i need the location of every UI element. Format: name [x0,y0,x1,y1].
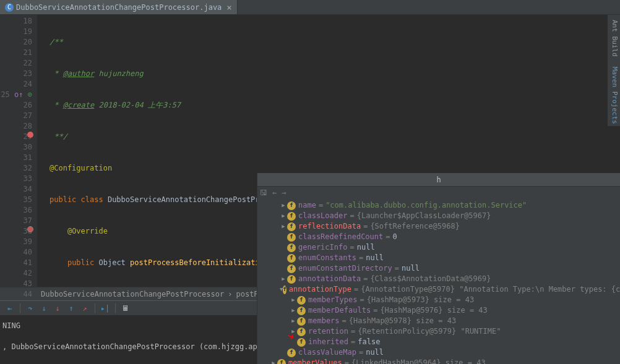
file-tab[interactable]: C DubboServiceAnnotationChangePostProces… [0,0,238,14]
variable-row[interactable]: ▶fmemberTypes = {HashMap@5973} size = 43 [260,295,618,305]
variable-row[interactable]: ▶fmemberDefaults = {HashMap@5976} size =… [260,305,618,316]
variable-row[interactable]: ▶fclassLoader = {Launcher$AppClassLoader… [260,211,618,221]
field-icon: f [287,201,296,210]
variable-row[interactable]: ▶fname = "com.alibaba.dubbo.config.annot… [260,200,618,211]
field-icon: f [287,275,296,284]
variable-row[interactable]: ▶fmemberValues = {LinkedHashMap@5964} si… [260,358,618,364]
variables-toolbar: 🖫 ← → [257,187,620,199]
nav-fwd-icon[interactable]: → [282,188,286,197]
field-icon: f [287,222,296,231]
field-icon: f [287,349,296,357]
variable-row[interactable]: fgenericInfo = null [260,242,618,253]
new-watch-icon[interactable]: 🖫 [260,188,267,197]
variable-row[interactable]: ▶fretention = {RetentionPolicy@5979} "RU… [260,326,618,337]
step-over-icon[interactable]: ↷ [25,303,35,313]
field-icon: f [287,212,296,221]
line-gutter[interactable]: 18192021 222324 25 ο↑ ⊙ 262728 29303132 … [0,15,37,287]
breakpoint-icon[interactable] [27,226,33,232]
field-icon: f [287,233,296,242]
drop-frame-icon[interactable]: ↗ [80,303,90,313]
force-step-into-icon[interactable]: ↓ [53,303,62,313]
variable-row[interactable]: fclassValueMap = null [260,347,618,358]
breadcrumb-class[interactable]: DubboServiceAnnotationChangePostProcesso… [37,290,228,298]
field-icon: f [287,243,296,252]
evaluate-icon[interactable]: 🖩 [121,303,131,313]
variables-panel: h 🖫 ← → ▶fname = "com.alibaba.dubbo.conf… [257,173,620,364]
variable-row[interactable]: ▶freflectionData = {SoftReference@5968} [260,221,618,232]
variable-row[interactable]: fenumConstantDirectory = null [260,263,618,274]
step-into-icon[interactable]: ↓ [39,303,49,313]
variables-tree[interactable]: ▶fname = "com.alibaba.dubbo.config.annot… [257,199,620,364]
variable-row[interactable]: fenumConstants = null [260,253,618,263]
variable-row[interactable]: finherited = false [260,337,618,347]
variable-row[interactable]: fclassRedefinedCount = 0 [260,232,618,242]
nav-back-icon[interactable]: ← [272,188,277,197]
show-execution-icon[interactable]: ⇤ [5,303,15,313]
variable-row[interactable]: ▼fannotationType = {AnnotationType@5970}… [260,284,618,295]
step-out-icon[interactable]: ↑ [66,303,76,313]
run-to-cursor-icon[interactable]: ▸| [100,303,110,313]
field-icon: f [277,359,286,365]
field-icon: f [297,307,306,315]
field-icon: f [297,338,306,347]
field-icon: f [287,265,296,273]
field-icon: f [297,317,306,326]
variables-title: h [257,173,620,187]
field-icon: f [297,328,306,336]
field-icon: f [297,296,306,305]
breakpoint-icon[interactable] [27,132,33,138]
editor-tab-bar: C DubboServiceAnnotationChangePostProces… [0,0,620,15]
variable-row[interactable]: ▶fmembers = {HashMap@5978} size = 43 [260,316,618,326]
tab-filename: DubboServiceAnnotationChangePostProcesso… [16,3,222,12]
field-icon: f [283,286,286,294]
variable-row[interactable]: ▶fannotationData = {Class$AnnotationData… [260,274,618,284]
field-icon: f [287,254,296,263]
class-icon: C [5,3,14,12]
close-icon[interactable]: × [226,2,231,12]
